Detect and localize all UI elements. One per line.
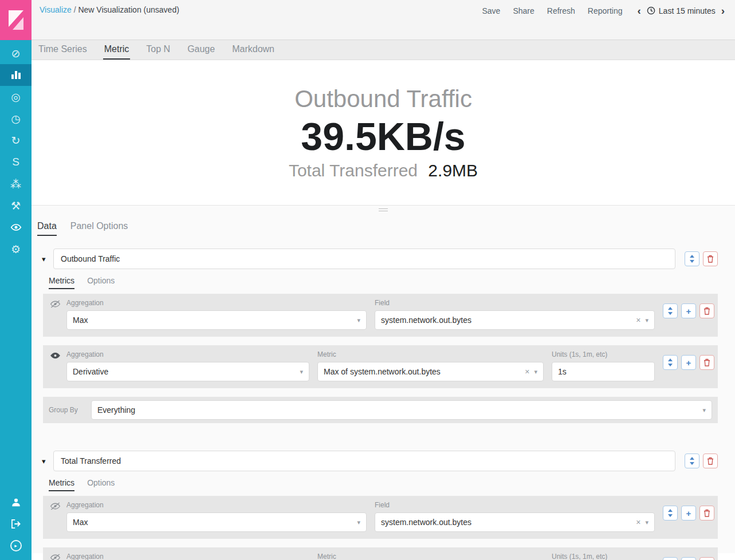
viz-type-tabs: Time Series Metric Top N Gauge Markdown bbox=[32, 40, 735, 60]
metric-reorder-button[interactable] bbox=[663, 303, 678, 318]
visibility-toggle-eye-icon[interactable] bbox=[50, 352, 61, 360]
metric-secondary: Total Transferred 2.9MB bbox=[289, 161, 478, 180]
series-outbound-traffic: ▾ Metrics Option bbox=[32, 249, 735, 423]
units-label: Units (1s, 1m, etc) bbox=[552, 553, 655, 560]
metric-combobox[interactable]: Max of system.network.out.bytes × ▾ bbox=[317, 362, 544, 381]
delete-metric-button[interactable] bbox=[699, 506, 714, 520]
tab-panel-options[interactable]: Panel Options bbox=[70, 221, 128, 236]
metric-primary-value: 39.5KB/s bbox=[301, 114, 465, 159]
metric-reorder-button[interactable] bbox=[663, 506, 678, 520]
clear-icon[interactable]: × bbox=[636, 518, 640, 527]
aggregation-label: Aggregation bbox=[66, 350, 309, 358]
subtab-metrics[interactable]: Metrics bbox=[49, 276, 74, 289]
dev-tools-icon[interactable]: ⚒ bbox=[0, 195, 32, 216]
time-picker-button[interactable]: Last 15 minutes bbox=[647, 6, 716, 15]
chevron-down-icon: ▾ bbox=[300, 368, 303, 376]
add-metric-button[interactable]: + bbox=[681, 303, 696, 318]
subtab-options[interactable]: Options bbox=[87, 276, 115, 289]
visibility-toggle-eye-slash-icon[interactable] bbox=[50, 502, 61, 510]
field-label: Field bbox=[375, 299, 655, 307]
aggregation-label: Aggregation bbox=[66, 501, 367, 509]
subtab-options[interactable]: Options bbox=[87, 478, 115, 491]
metric-reorder-button[interactable] bbox=[663, 557, 678, 560]
series-delete-button[interactable] bbox=[703, 251, 718, 266]
metric-secondary-label: Total Transferred bbox=[289, 161, 418, 180]
group-by-label: Group By bbox=[49, 406, 81, 414]
tab-time-series[interactable]: Time Series bbox=[37, 40, 88, 60]
chevron-down-icon: ▾ bbox=[645, 317, 648, 324]
metric-title: Outbound Traffic bbox=[294, 85, 472, 113]
subtab-metrics[interactable]: Metrics bbox=[49, 478, 74, 491]
add-metric-button[interactable]: + bbox=[681, 557, 696, 560]
editor-tabs: Data Panel Options bbox=[32, 214, 735, 236]
apm-icon[interactable]: ↻ bbox=[0, 129, 32, 151]
chevron-down-icon: ▾ bbox=[357, 317, 360, 324]
dashboard-icon[interactable]: ◎ bbox=[0, 86, 32, 108]
tab-metric[interactable]: Metric bbox=[103, 40, 131, 60]
help-icon[interactable]: ▸ bbox=[0, 535, 32, 557]
delete-metric-button[interactable] bbox=[699, 303, 714, 318]
visualize-icon[interactable] bbox=[0, 64, 32, 86]
breadcrumb: Visualize / New Visualization (unsaved) bbox=[40, 5, 179, 14]
series-collapse-caret-icon[interactable]: ▾ bbox=[42, 457, 49, 466]
aggregation-select[interactable]: Max ▾ bbox=[66, 310, 367, 330]
clear-icon[interactable]: × bbox=[525, 367, 529, 376]
management-icon[interactable]: ⚙ bbox=[0, 238, 32, 260]
tab-data[interactable]: Data bbox=[37, 221, 57, 236]
metric-reorder-button[interactable] bbox=[663, 355, 678, 370]
discover-icon[interactable]: ⊘ bbox=[0, 42, 32, 64]
units-label: Units (1s, 1m, etc) bbox=[552, 350, 655, 358]
s-plugin-icon[interactable]: S bbox=[0, 151, 32, 173]
series-label-input[interactable] bbox=[53, 249, 675, 269]
series-total-transferred: ▾ Metrics Option bbox=[32, 451, 735, 560]
timelion-icon[interactable]: ◷ bbox=[0, 108, 32, 129]
aggregation-label: Aggregation bbox=[66, 553, 309, 560]
series-subtabs: Metrics Options bbox=[32, 478, 735, 491]
ml-icon[interactable]: ⁂ bbox=[0, 173, 32, 195]
delete-metric-button[interactable] bbox=[699, 557, 714, 560]
panel-resize-handle[interactable] bbox=[32, 205, 735, 214]
chevron-down-icon: ▾ bbox=[357, 519, 360, 526]
visibility-toggle-eye-slash-icon[interactable] bbox=[50, 300, 61, 308]
metric-label: Metric bbox=[317, 553, 544, 560]
breadcrumb-separator: / bbox=[74, 5, 76, 14]
clock-icon bbox=[647, 6, 655, 15]
refresh-button[interactable]: Refresh bbox=[547, 6, 575, 15]
app-topbar: Visualize / New Visualization (unsaved) … bbox=[32, 0, 735, 40]
field-combobox[interactable]: system.network.out.bytes × ▾ bbox=[375, 310, 655, 330]
metric-row: Aggregation Max ▾ Field system.network.o… bbox=[43, 496, 718, 539]
breadcrumb-visualize-link[interactable]: Visualize bbox=[40, 5, 72, 14]
metric-row: Aggregation ▾ Metric ▾ Units (1s, 1m, et… bbox=[43, 547, 718, 560]
clear-icon[interactable]: × bbox=[636, 316, 640, 325]
aggregation-label: Aggregation bbox=[66, 299, 367, 307]
add-metric-button[interactable]: + bbox=[681, 355, 696, 370]
series-reorder-button[interactable] bbox=[685, 251, 699, 266]
add-metric-button[interactable]: + bbox=[681, 506, 696, 520]
tab-markdown[interactable]: Markdown bbox=[231, 40, 276, 60]
time-back-button[interactable]: ‹ bbox=[638, 5, 641, 16]
delete-metric-button[interactable] bbox=[699, 355, 714, 370]
metric-secondary-value: 2.9MB bbox=[428, 161, 478, 180]
group-by-select[interactable]: Everything ▾ bbox=[91, 400, 712, 420]
logout-icon[interactable] bbox=[0, 513, 32, 535]
aggregation-select[interactable]: Max ▾ bbox=[66, 512, 367, 532]
aggregation-select[interactable]: Derivative ▾ bbox=[66, 362, 309, 381]
share-button[interactable]: Share bbox=[513, 6, 534, 15]
breadcrumb-current: New Visualization (unsaved) bbox=[78, 5, 179, 14]
kibana-logo[interactable] bbox=[0, 0, 32, 40]
tab-top-n[interactable]: Top N bbox=[145, 40, 171, 60]
series-subtabs: Metrics Options bbox=[32, 276, 735, 289]
time-forward-button[interactable]: › bbox=[721, 5, 725, 16]
tab-gauge[interactable]: Gauge bbox=[186, 40, 216, 60]
series-label-input[interactable] bbox=[53, 451, 675, 471]
account-icon[interactable] bbox=[0, 491, 32, 513]
visibility-toggle-eye-slash-icon[interactable] bbox=[50, 554, 61, 560]
save-button[interactable]: Save bbox=[482, 6, 500, 15]
series-reorder-button[interactable] bbox=[685, 453, 699, 468]
monitoring-icon[interactable] bbox=[0, 216, 32, 238]
reporting-button[interactable]: Reporting bbox=[588, 6, 623, 15]
series-delete-button[interactable] bbox=[703, 453, 718, 468]
units-input[interactable] bbox=[552, 362, 655, 381]
series-collapse-caret-icon[interactable]: ▾ bbox=[42, 255, 49, 263]
field-combobox[interactable]: system.network.out.bytes × ▾ bbox=[375, 512, 655, 532]
